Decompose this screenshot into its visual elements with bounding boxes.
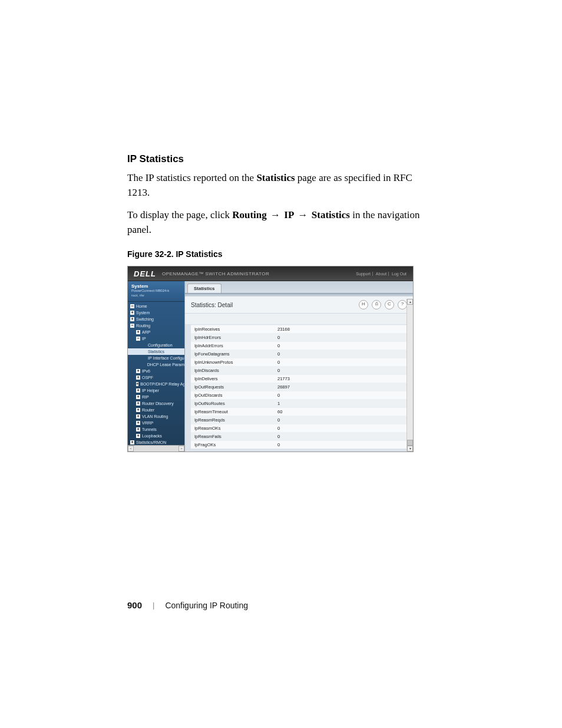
collapse-icon[interactable]: − (136, 337, 140, 341)
tree-label: IP Helper (142, 387, 159, 394)
tree-node[interactable]: +Loopbacks (128, 433, 184, 439)
expand-icon[interactable]: + (136, 427, 140, 431)
toolbar-icons: H ⎙ C ? (359, 300, 407, 309)
expand-icon[interactable]: + (136, 414, 140, 419)
tree-node[interactable]: +Switching (128, 316, 184, 322)
tree-label: IP (142, 335, 146, 342)
table-row: IpFragOKs0 (191, 440, 409, 449)
tree-node[interactable]: IP Interface Configu (128, 355, 184, 361)
stat-name: IpOutDiscards (191, 393, 274, 398)
tree-node[interactable]: +IPv6 (128, 368, 184, 374)
tree-node[interactable]: −IP (128, 335, 184, 342)
link-logout[interactable]: Log Out (390, 272, 408, 276)
tree-node[interactable]: +RIP (128, 394, 184, 400)
tree-label: Configuration (148, 342, 173, 348)
tree-node[interactable]: —Home (128, 303, 184, 309)
stat-value: 21773 (274, 376, 409, 381)
expand-icon[interactable]: + (136, 401, 140, 406)
expand-icon[interactable]: + (136, 382, 138, 386)
tree-node[interactable]: +VRRP (128, 420, 184, 426)
scroll-right-icon[interactable]: > (178, 446, 184, 452)
main-vscroll[interactable]: ▴ ▾ (406, 299, 413, 451)
tree-node[interactable]: Configuration (128, 342, 184, 348)
arrow-icon: → (297, 209, 309, 220)
stat-value: 0 (274, 368, 409, 373)
tree-node[interactable]: DHCP Lease Param (128, 361, 184, 368)
spacer (185, 314, 413, 325)
expand-icon[interactable]: + (136, 421, 140, 425)
expand-icon[interactable]: + (136, 330, 140, 334)
sidebar-hscroll[interactable]: < > (128, 445, 184, 452)
tab-statistics[interactable]: Statistics (187, 284, 222, 293)
tree-node[interactable]: −Routing (128, 322, 184, 329)
content-subheader: Statistics: Detail H ⎙ C ? (185, 297, 413, 314)
scroll-down-icon[interactable]: ▾ (407, 446, 413, 452)
expand-icon[interactable]: + (136, 434, 140, 438)
tree-label: VLAN Routing (142, 413, 168, 420)
expand-icon[interactable]: + (130, 311, 134, 315)
node-icon[interactable]: — (130, 304, 134, 308)
stat-value: 26897 (274, 384, 409, 390)
tab-bar: Statistics (185, 281, 413, 293)
tree-node[interactable]: Statistics (128, 348, 184, 355)
expand-icon[interactable]: + (136, 375, 140, 380)
help-icon[interactable]: ? (398, 300, 407, 309)
expand-icon[interactable]: + (136, 408, 140, 412)
table-row: IpOutRequests26897 (191, 383, 409, 391)
sidebar: System PowerConnect M8024-k root, r/w —H… (128, 281, 185, 451)
dell-logo: DELL (128, 269, 162, 278)
table-row: IpReasmFails0 (191, 432, 409, 440)
tree-label: IP Interface Configu (148, 355, 184, 361)
scroll-left-icon[interactable]: < (128, 446, 134, 452)
tree-node[interactable]: +Router (128, 407, 184, 413)
stats-table: IpInReceives23168IpInHdrErrors0IpInAddrE… (191, 325, 409, 449)
section-heading: IP Statistics (127, 153, 435, 165)
tree-label: Home (136, 303, 147, 309)
expand-icon[interactable]: + (136, 388, 140, 393)
tree-label: RIP (142, 394, 149, 400)
tree-node[interactable]: +IP Helper (128, 387, 184, 394)
sidebar-user: root, r/w (131, 294, 181, 298)
tree-label: Loopbacks (142, 433, 162, 439)
tree-node[interactable]: +System (128, 309, 184, 316)
tree-node[interactable]: +VLAN Routing (128, 413, 184, 420)
tree-label: Switching (136, 316, 154, 322)
stat-name: IpInAddrErrors (191, 343, 274, 348)
stat-value: 1 (274, 401, 409, 406)
footer-separator: | (142, 601, 165, 610)
tree-label: Router Discovery (142, 400, 174, 407)
table-row: IpReasmReqds0 (191, 416, 409, 424)
main-area: Statistics Statistics: Detail H ⎙ C ? Ip… (185, 281, 413, 451)
tree-node[interactable]: +OSPF (128, 374, 184, 381)
expand-icon[interactable]: + (136, 369, 140, 373)
tree-node[interactable]: +BOOTP/DHCP Relay Age (128, 381, 184, 387)
tree-node[interactable]: +Router Discovery (128, 400, 184, 407)
scroll-up-icon[interactable]: ▴ (407, 299, 413, 305)
stat-value: 0 (274, 426, 409, 431)
table-row: IpInUnknownProtos0 (191, 358, 409, 366)
nav-ip: IP (284, 209, 294, 220)
scroll-thumb[interactable] (407, 440, 413, 446)
tree-node[interactable]: +Statistics/RMON (128, 439, 184, 445)
expand-icon[interactable]: + (130, 440, 134, 444)
expand-icon[interactable]: + (136, 395, 140, 399)
print-icon[interactable]: ⎙ (372, 300, 381, 309)
stat-value: 0 (274, 434, 409, 439)
tree-label: IPv6 (142, 368, 150, 374)
collapse-icon[interactable]: − (130, 324, 134, 328)
stat-name: IpInHdrErrors (191, 335, 274, 340)
stat-name: IpReasmOKs (191, 426, 274, 431)
expand-icon[interactable]: + (130, 317, 134, 321)
tree-label: Statistics/RMON (136, 439, 166, 445)
save-icon[interactable]: H (359, 300, 368, 309)
table-row: IpInReceives23168 (191, 325, 409, 333)
tree-node[interactable]: +Tunnels (128, 426, 184, 433)
sidebar-device: PowerConnect M8024-k (131, 289, 181, 293)
refresh-icon[interactable]: C (385, 300, 394, 309)
chapter-title: Configuring IP Routing (165, 601, 248, 610)
header-links: Support About Log Out (354, 272, 413, 276)
app-title: OPENMANAGE™ SWITCH ADMINISTRATOR (162, 271, 269, 276)
link-support[interactable]: Support (354, 272, 373, 276)
link-about[interactable]: About (374, 272, 389, 276)
tree-node[interactable]: +ARP (128, 329, 184, 335)
